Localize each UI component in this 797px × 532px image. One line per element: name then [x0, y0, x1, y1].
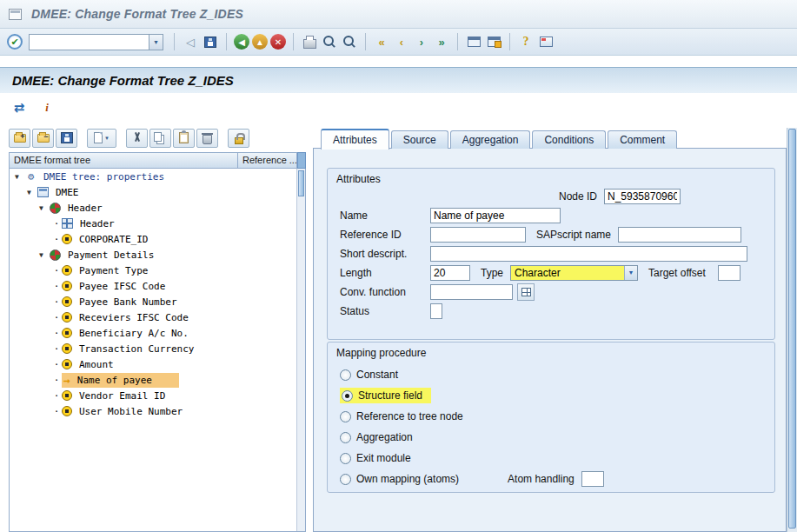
- next-page-button[interactable]: ›: [413, 33, 430, 51]
- tree-item-label[interactable]: Header: [77, 218, 117, 229]
- tree-row[interactable]: · Beneficiary A/c No.: [10, 325, 305, 341]
- tree-row[interactable]: ▼ DMEE: [10, 184, 305, 200]
- tree-row[interactable]: · Receviers IFSC Code: [10, 309, 305, 325]
- previous-page-button[interactable]: ‹: [393, 33, 410, 51]
- option-own-mapping[interactable]: Own mapping (atoms) Atom handling: [340, 471, 774, 487]
- selected-option-highlight[interactable]: Structure field: [340, 388, 431, 403]
- length-field[interactable]: [430, 265, 470, 281]
- conv-function-button[interactable]: [517, 283, 535, 301]
- expander-icon[interactable]: ▼: [15, 173, 25, 181]
- tree-row[interactable]: · CORPORATE_ID: [10, 231, 305, 247]
- tab-attributes[interactable]: Attributes: [321, 129, 389, 150]
- radio-icon[interactable]: [340, 453, 351, 464]
- tree-item-label[interactable]: Header: [65, 203, 105, 214]
- exit-button[interactable]: ▲: [252, 34, 268, 50]
- type-dropdown[interactable]: Character ▼: [510, 265, 638, 281]
- option-structure-field[interactable]: Structure field: [340, 388, 774, 403]
- tree-item-label[interactable]: DMEE: [53, 187, 82, 198]
- sapscript-name-field[interactable]: [618, 227, 741, 243]
- reference-id-field[interactable]: [430, 227, 526, 243]
- info-icon[interactable]: i: [38, 98, 56, 116]
- expander-icon[interactable]: ▼: [39, 204, 50, 212]
- tree-item-label[interactable]: Payee Bank Number: [76, 296, 180, 308]
- create-node-button[interactable]: ▼: [87, 129, 116, 148]
- copy-button[interactable]: [149, 129, 171, 148]
- tree-scrollbar-thumb[interactable]: [298, 170, 304, 196]
- tree-row[interactable]: · Payee Bank Number: [10, 294, 305, 309]
- vertical-scrollbar[interactable]: [787, 128, 797, 532]
- save-tree-button[interactable]: [56, 129, 77, 148]
- tree-item-label[interactable]: Payment Type: [76, 265, 150, 276]
- radio-icon[interactable]: [340, 432, 351, 443]
- expander-icon[interactable]: ▼: [39, 251, 50, 259]
- tree-row[interactable]: · User Mobile Number: [10, 403, 305, 419]
- option-reference-to-tree-node[interactable]: Reference to tree node: [340, 409, 774, 424]
- tree-item-label[interactable]: Vendor Email ID: [76, 390, 168, 402]
- tab-conditions[interactable]: Conditions: [532, 130, 606, 149]
- expander-icon[interactable]: ▼: [27, 189, 37, 196]
- radio-icon[interactable]: [342, 390, 353, 402]
- delete-button[interactable]: [196, 129, 218, 148]
- conv-function-field[interactable]: [430, 284, 513, 300]
- back-button[interactable]: ◀: [234, 34, 249, 50]
- tree-item-label[interactable]: DMEE tree: properties: [41, 171, 167, 183]
- column-header-reference[interactable]: Reference ...: [238, 152, 297, 169]
- option-constant[interactable]: Constant: [340, 367, 774, 382]
- target-offset-field[interactable]: [718, 265, 741, 281]
- tab-comment[interactable]: Comment: [608, 130, 677, 149]
- tree-row[interactable]: · Amount: [10, 356, 305, 372]
- tree-row[interactable]: · Payment Type: [10, 263, 305, 278]
- scrollbar-thumb[interactable]: [788, 129, 796, 529]
- tree-row[interactable]: · Header: [10, 216, 305, 231]
- name-field[interactable]: [430, 208, 561, 223]
- tree-scrollbar-top[interactable]: [297, 152, 306, 169]
- lock-button[interactable]: [228, 129, 249, 148]
- cut-button[interactable]: [126, 129, 148, 148]
- tree-row-selected[interactable]: · → Name of payee: [10, 372, 305, 388]
- tree-row[interactable]: ▼ Payment Details: [10, 247, 305, 263]
- tree-scrollbar[interactable]: [296, 169, 305, 531]
- tree-item-label[interactable]: Receviers IFSC Code: [76, 312, 191, 323]
- customize-button[interactable]: [537, 33, 555, 51]
- radio-icon[interactable]: [340, 369, 351, 381]
- collapse-subtree-button[interactable]: [32, 129, 54, 148]
- tab-source[interactable]: Source: [391, 130, 448, 149]
- tree-item-label[interactable]: Transaction Currency: [76, 343, 196, 355]
- print-button[interactable]: [301, 33, 318, 51]
- tree-item-label[interactable]: User Mobile Number: [76, 406, 185, 417]
- radio-icon[interactable]: [340, 474, 351, 485]
- tree-item-label[interactable]: Payee IFSC Code: [76, 281, 168, 292]
- tree-row[interactable]: · Transaction Currency: [10, 341, 305, 356]
- command-input[interactable]: [29, 34, 149, 50]
- tree-row[interactable]: · Payee IFSC Code: [10, 278, 305, 294]
- last-page-button[interactable]: »: [433, 33, 450, 51]
- find-button[interactable]: [321, 33, 338, 51]
- tree-row[interactable]: ▼ Header: [10, 200, 305, 216]
- tree-item-label[interactable]: Amount: [76, 359, 116, 370]
- tree-row[interactable]: · Vendor Email ID: [10, 388, 305, 403]
- shortcut-button[interactable]: [485, 33, 502, 51]
- find-next-button[interactable]: [341, 33, 358, 51]
- chevron-down-icon[interactable]: ▼: [624, 266, 637, 280]
- tab-aggregation[interactable]: Aggregation: [450, 130, 531, 149]
- tree-item-label[interactable]: Beneficiary A/c No.: [76, 328, 191, 339]
- left-chevron-icon[interactable]: ◁: [182, 33, 199, 51]
- enter-icon[interactable]: ✔: [7, 34, 23, 50]
- tree-item-label[interactable]: Name of payee: [75, 375, 155, 386]
- option-exit-module[interactable]: Exit module: [340, 450, 774, 466]
- first-page-button[interactable]: «: [373, 33, 390, 51]
- expand-subtree-button[interactable]: [9, 129, 30, 148]
- paste-button[interactable]: [173, 129, 195, 148]
- option-aggregation[interactable]: Aggregation: [340, 429, 774, 445]
- column-header-format-tree[interactable]: DMEE format tree: [9, 152, 238, 169]
- help-button[interactable]: ?: [517, 33, 535, 51]
- command-dropdown-icon[interactable]: ▼: [149, 34, 163, 50]
- display-change-icon[interactable]: ⇄: [10, 98, 28, 116]
- selected-node-highlight[interactable]: → Name of payee: [62, 373, 179, 388]
- new-session-button[interactable]: [465, 33, 482, 51]
- tree-row[interactable]: ▼ ⚙ DMEE tree: properties: [10, 169, 305, 184]
- atom-handling-field[interactable]: [581, 471, 604, 487]
- short-description-field[interactable]: [430, 246, 747, 262]
- tree-item-label[interactable]: Payment Details: [65, 249, 156, 261]
- radio-icon[interactable]: [340, 411, 351, 422]
